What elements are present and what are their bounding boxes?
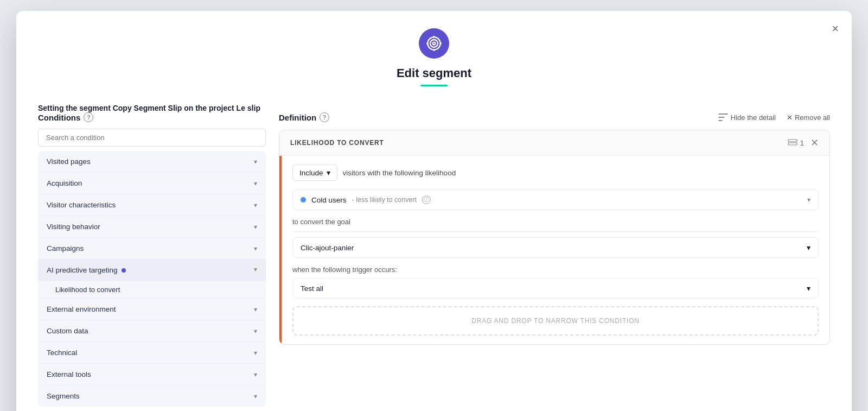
chevron-icon: ▾ xyxy=(254,349,257,357)
condition-label: Campaigns xyxy=(47,244,84,252)
condition-item-acquisition[interactable]: Acquisition ▾ xyxy=(38,173,266,194)
condition-subitem-likelihood[interactable]: Likelihood to convert xyxy=(38,281,266,299)
condition-label: External tools xyxy=(47,370,91,378)
target-icon xyxy=(419,28,449,59)
condition-card-header: LIKELIHOOD TO CONVERT 1 ✕ xyxy=(279,130,829,156)
condition-item-external-environment[interactable]: External environment ▾ xyxy=(38,299,266,320)
visitors-text: visitors with the following likelihood xyxy=(343,169,456,177)
condition-item-visitor-characteristics[interactable]: Visitor characteristics ▾ xyxy=(38,194,266,216)
condition-label: Acquisition xyxy=(47,179,82,187)
drag-drop-area: DRAG AND DROP TO NARROW THIS CONDITION xyxy=(292,306,819,336)
goal-label: to convert the goal xyxy=(292,218,819,226)
search-input[interactable] xyxy=(38,129,266,147)
goal-divider xyxy=(292,231,819,232)
condition-label: Visitor characteristics xyxy=(47,201,116,209)
layer-icon xyxy=(788,139,797,147)
edit-segment-modal: × Edit segment Setting the segment Copy … xyxy=(16,11,852,411)
cold-users-info-icon[interactable]: ⓘ xyxy=(422,195,431,204)
subitem-label: Likelihood to convert xyxy=(55,286,120,294)
chevron-icon: ▾ xyxy=(254,393,257,400)
condition-label: Segments xyxy=(47,392,80,400)
condition-item-external-tools[interactable]: External tools ▾ xyxy=(38,364,266,385)
definition-header: Definition ? Hide the detail ✕ Remove al… xyxy=(279,112,830,122)
condition-item-visiting-behavior[interactable]: Visiting behavior ▾ xyxy=(38,216,266,238)
conditions-section-title: Conditions ? xyxy=(38,112,266,122)
condition-item-ai-predictive-targeting[interactable]: AI predictive targeting ▴ xyxy=(38,260,266,281)
modal-title: Edit segment xyxy=(397,66,471,80)
trigger-value: Test all xyxy=(301,284,323,293)
svg-rect-8 xyxy=(788,143,797,145)
hide-detail-icon xyxy=(718,113,728,121)
condition-item-technical[interactable]: Technical ▾ xyxy=(38,342,266,364)
chevron-icon: ▾ xyxy=(254,201,257,209)
condition-item-segments[interactable]: Segments ▾ xyxy=(38,385,266,407)
condition-item-campaigns[interactable]: Campaigns ▾ xyxy=(38,238,266,260)
chevron-icon: ▾ xyxy=(254,245,257,252)
hide-detail-button[interactable]: Hide the detail xyxy=(718,113,776,122)
condition-label: Custom data xyxy=(47,327,88,335)
card-close-button[interactable]: ✕ xyxy=(810,138,819,148)
title-underline xyxy=(420,85,448,86)
chevron-icon: ▾ xyxy=(254,223,257,231)
svg-point-1 xyxy=(430,40,438,47)
chevron-icon: ▾ xyxy=(254,371,257,378)
card-actions: 1 ✕ xyxy=(788,138,819,148)
condition-label: Visited pages xyxy=(47,157,91,166)
condition-card-title: LIKELIHOOD TO CONVERT xyxy=(290,139,384,147)
modal-header: × Edit segment xyxy=(16,11,852,95)
remove-all-button[interactable]: ✕ Remove all xyxy=(787,113,830,122)
condition-item-custom-data[interactable]: Custom data ▾ xyxy=(38,320,266,342)
close-button[interactable]: × xyxy=(832,22,839,36)
badge-dot xyxy=(122,268,126,273)
condition-card-body: Include ▾ visitors with the following li… xyxy=(279,156,829,344)
segment-subtitle: Setting the segment Copy Segment Slip on… xyxy=(38,104,830,112)
cold-users-label: Cold users xyxy=(311,196,347,204)
trigger-label: when the following trigger occurs: xyxy=(292,265,819,274)
svg-rect-7 xyxy=(788,140,797,142)
definition-help-icon[interactable]: ? xyxy=(320,112,329,122)
left-panel: Conditions ? Visited pages ▾ Acquisition… xyxy=(38,112,266,407)
condition-item-visited-pages[interactable]: Visited pages ▾ xyxy=(38,151,266,173)
condition-label: Visiting behavior xyxy=(47,223,100,231)
condition-label: Technical xyxy=(47,349,77,357)
chevron-icon: ▾ xyxy=(254,327,257,335)
include-row: Include ▾ visitors with the following li… xyxy=(292,165,819,181)
goal-value: Clic-ajout-panier xyxy=(301,244,354,252)
close-icon: ✕ xyxy=(787,113,793,122)
condition-label: External environment xyxy=(47,305,116,313)
trigger-dropdown[interactable]: Test all ▾ xyxy=(292,278,819,299)
svg-point-2 xyxy=(433,42,436,45)
chevron-icon: ▾ xyxy=(254,180,257,187)
layer-button[interactable]: 1 xyxy=(788,139,804,147)
right-panel: Definition ? Hide the detail ✕ Remove al… xyxy=(279,112,830,407)
definition-label: Definition xyxy=(279,113,316,122)
chevron-icon: ▾ xyxy=(254,306,257,313)
cold-users-chevron-icon: ▾ xyxy=(807,196,810,204)
dropdown-chevron-icon: ▾ xyxy=(327,168,330,177)
cold-users-sub: - less likely to convert xyxy=(352,196,417,204)
cold-users-row[interactable]: Cold users - less likely to convert ⓘ ▾ xyxy=(292,189,819,210)
conditions-help-icon[interactable]: ? xyxy=(84,112,93,122)
conditions-label: Conditions xyxy=(38,113,80,122)
modal-body: Conditions ? Visited pages ▾ Acquisition… xyxy=(16,112,852,411)
conditions-list: Visited pages ▾ Acquisition ▾ Visitor ch… xyxy=(38,151,266,407)
trigger-chevron-icon: ▾ xyxy=(807,284,810,293)
goal-dropdown[interactable]: Clic-ajout-panier ▾ xyxy=(292,237,819,258)
header-actions: Hide the detail ✕ Remove all xyxy=(718,113,830,122)
chevron-icon: ▾ xyxy=(254,158,257,166)
chevron-icon: ▴ xyxy=(254,267,257,274)
include-dropdown[interactable]: Include ▾ xyxy=(292,165,337,181)
goal-chevron-icon: ▾ xyxy=(807,243,810,252)
cold-dot xyxy=(301,197,306,203)
definition-title: Definition ? xyxy=(279,112,329,122)
condition-label: AI predictive targeting xyxy=(47,266,126,274)
condition-card: LIKELIHOOD TO CONVERT 1 ✕ xyxy=(279,130,830,345)
